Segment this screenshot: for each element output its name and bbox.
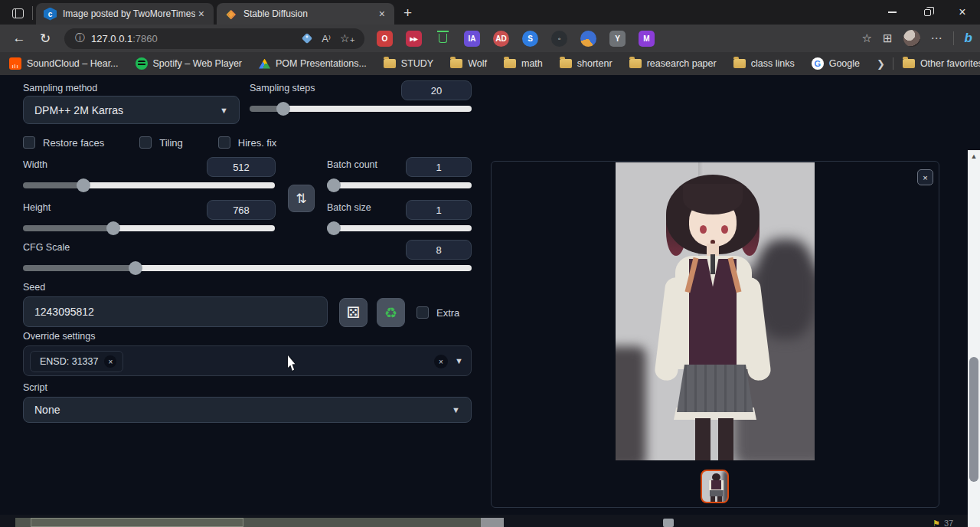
other-favorites-folder[interactable]: Other favorites bbox=[903, 58, 980, 69]
seed-input[interactable]: 1243095812 bbox=[23, 296, 328, 327]
bookmarks-bar: ılıSoundCloud – Hear...Spotify – Web Pla… bbox=[0, 52, 980, 75]
scrollbar-thumb[interactable] bbox=[969, 357, 978, 482]
checkbox-icon[interactable] bbox=[139, 136, 152, 149]
refresh-button[interactable]: ↻ bbox=[32, 31, 58, 47]
horizontal-scrollbar[interactable] bbox=[15, 518, 481, 527]
globe-extension-icon[interactable] bbox=[580, 31, 596, 47]
checkbox-hires-fix[interactable]: Hires. fix bbox=[218, 136, 277, 149]
bookmark-label: class links bbox=[751, 58, 795, 69]
bookmark-item[interactable]: POM Presentations... bbox=[259, 58, 367, 69]
adguard-icon[interactable]: AD bbox=[493, 31, 509, 47]
taskbar-chip bbox=[663, 519, 674, 527]
width-input[interactable]: 512 bbox=[207, 157, 276, 177]
scrollbar-thumb[interactable] bbox=[31, 518, 243, 527]
extra-seed-checkbox[interactable]: Extra bbox=[416, 306, 459, 319]
checkbox-icon[interactable] bbox=[416, 306, 429, 319]
restore-button[interactable] bbox=[910, 0, 945, 25]
minimize-button[interactable] bbox=[874, 0, 910, 25]
bing-chat-icon[interactable]: b bbox=[965, 31, 972, 46]
bookmark-item[interactable]: class links bbox=[733, 58, 795, 69]
tab-strip: c Image posted by TwoMoreTimes × ◈ Stabl… bbox=[0, 0, 980, 25]
y-extension-icon[interactable]: Y bbox=[609, 31, 626, 47]
bookmarks-overflow-icon[interactable]: ❯ bbox=[877, 58, 885, 70]
override-settings-box[interactable]: ENSD: 31337 × × ▼ bbox=[23, 345, 472, 376]
sampling-method-dropdown[interactable]: DPM++ 2M Karras ▼ bbox=[23, 96, 240, 124]
bookmark-item[interactable]: ılıSoundCloud – Hear... bbox=[9, 57, 119, 70]
read-aloud-icon[interactable]: A⁾ bbox=[322, 33, 331, 44]
settings-more-icon[interactable]: ⋯ bbox=[931, 31, 942, 45]
bottom-edge: ⚑ 37 AM bbox=[0, 515, 968, 527]
chevron-down-icon[interactable]: ▼ bbox=[455, 356, 463, 365]
bookmark-item[interactable]: reasearch paper bbox=[629, 58, 717, 69]
scroll-up-icon[interactable]: ▲ bbox=[968, 150, 980, 162]
sampling-steps-input[interactable]: 20 bbox=[401, 80, 472, 100]
close-gallery-button[interactable]: × bbox=[917, 169, 933, 185]
remove-token-icon[interactable]: × bbox=[104, 355, 116, 368]
monica-extension-icon[interactable]: M bbox=[639, 31, 655, 47]
height-input[interactable]: 768 bbox=[207, 200, 276, 220]
back-button[interactable]: ← bbox=[6, 31, 32, 46]
swap-dimensions-button[interactable]: ⇅ bbox=[288, 185, 315, 212]
close-window-button[interactable]: × bbox=[945, 0, 980, 25]
fast-forward-icon[interactable]: ▸▸ bbox=[406, 31, 422, 47]
bookmarks-right: ❯ Other favorites bbox=[877, 57, 980, 70]
script-dropdown[interactable]: None ▼ bbox=[23, 397, 472, 423]
location-pin-icon[interactable]: ◦ bbox=[551, 31, 567, 47]
trash-extension-icon[interactable] bbox=[435, 31, 451, 47]
checkbox-icon[interactable] bbox=[218, 136, 230, 149]
chevron-down-icon: ▼ bbox=[452, 405, 460, 414]
shopping-tag-icon[interactable] bbox=[302, 33, 312, 44]
batch-count-input[interactable]: 1 bbox=[406, 157, 472, 177]
tab-actions-button[interactable] bbox=[5, 2, 31, 25]
checkbox-restore-faces[interactable]: Restore faces bbox=[23, 136, 104, 149]
generated-image[interactable] bbox=[616, 162, 815, 460]
shazam-icon[interactable]: S bbox=[522, 31, 538, 47]
site-info-icon[interactable]: ⓘ bbox=[75, 31, 85, 45]
cfg-scale-input[interactable]: 8 bbox=[406, 240, 472, 260]
cfg-scale-slider[interactable] bbox=[23, 265, 472, 271]
tab-close-icon[interactable]: × bbox=[376, 8, 388, 20]
tab-civitai[interactable]: c Image posted by TwoMoreTimes × bbox=[36, 3, 214, 25]
batch-size-input[interactable]: 1 bbox=[406, 200, 472, 220]
bookmark-item[interactable]: STUDY bbox=[384, 58, 433, 69]
slider-thumb[interactable] bbox=[129, 261, 142, 275]
opera-extension-icon[interactable]: O bbox=[377, 31, 393, 47]
slider-thumb[interactable] bbox=[106, 221, 120, 235]
reuse-seed-recycle-button[interactable]: ♻ bbox=[377, 298, 405, 327]
bookmark-item[interactable]: GGoogle bbox=[812, 57, 860, 70]
random-seed-dice-button[interactable]: ⚄ bbox=[339, 298, 368, 327]
checkbox-label: Extra bbox=[436, 307, 459, 319]
slider-thumb[interactable] bbox=[327, 221, 341, 235]
tab-close-icon[interactable]: × bbox=[195, 8, 207, 20]
slider-thumb[interactable] bbox=[276, 102, 290, 116]
collections-icon[interactable]: ⊞ bbox=[883, 31, 893, 45]
override-token-chip[interactable]: ENSD: 31337 × bbox=[30, 351, 123, 372]
sampling-steps-slider[interactable] bbox=[250, 106, 472, 112]
slider-thumb[interactable] bbox=[77, 178, 90, 192]
bookmark-item[interactable]: Wolf bbox=[450, 58, 487, 69]
profile-avatar[interactable] bbox=[903, 30, 920, 47]
tab-stable-diffusion[interactable]: ◈ Stable Diffusion × bbox=[217, 3, 394, 25]
bookmark-item[interactable]: shortenr bbox=[560, 58, 612, 69]
browser-window: c Image posted by TwoMoreTimes × ◈ Stabl… bbox=[0, 0, 980, 527]
width-slider[interactable] bbox=[23, 182, 275, 188]
bookmark-item[interactable]: math bbox=[504, 58, 543, 69]
sampling-method-value: DPM++ 2M Karras bbox=[34, 104, 123, 116]
batch-count-slider[interactable] bbox=[327, 182, 472, 188]
clear-all-icon[interactable]: × bbox=[434, 355, 448, 368]
address-bar[interactable]: ⓘ 127.0.0.1:7860 A⁾ ☆₊ bbox=[64, 28, 364, 49]
batch-size-slider[interactable] bbox=[327, 225, 472, 231]
checkbox-tiling[interactable]: Tiling bbox=[139, 136, 183, 149]
favorites-icon[interactable]: ☆ bbox=[862, 31, 872, 45]
ia-extension-icon[interactable]: IA bbox=[464, 31, 480, 47]
bookmark-item[interactable]: Spotify – Web Player bbox=[136, 57, 243, 70]
add-favorite-icon[interactable]: ☆₊ bbox=[340, 32, 355, 44]
vertical-scrollbar[interactable]: ▲ ▼ bbox=[968, 150, 980, 527]
bookmark-label: Wolf bbox=[468, 58, 487, 69]
gallery-thumbnail-selected[interactable] bbox=[701, 470, 729, 503]
checkbox-icon[interactable] bbox=[23, 136, 35, 149]
slider-thumb[interactable] bbox=[327, 178, 341, 192]
bookmark-label: Spotify – Web Player bbox=[153, 58, 243, 69]
height-slider[interactable] bbox=[23, 225, 275, 231]
new-tab-button[interactable]: + bbox=[394, 5, 421, 25]
